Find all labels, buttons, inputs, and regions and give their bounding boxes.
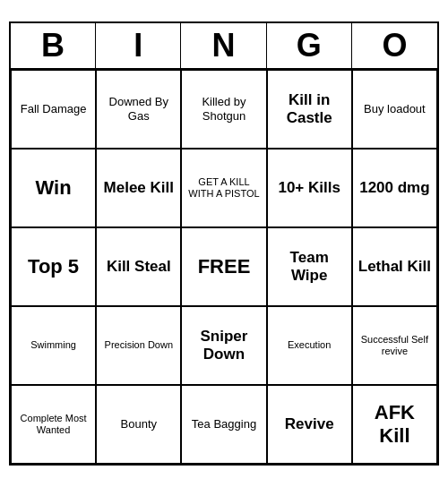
bingo-cell-18: Execution	[267, 306, 352, 385]
bingo-card: BINGO Fall DamageDowned By GasKilled by …	[9, 21, 439, 466]
bingo-cell-17: Sniper Down	[181, 306, 266, 385]
header-letter-O: O	[352, 23, 437, 68]
bingo-cell-5: Win	[11, 149, 96, 227]
bingo-cell-4: Buy loadout	[352, 70, 437, 149]
bingo-cell-16: Precision Down	[96, 306, 181, 385]
bingo-cell-10: Top 5	[11, 227, 96, 306]
bingo-cell-12: FREE	[181, 227, 266, 306]
bingo-cell-20: Complete Most Wanted	[11, 385, 96, 464]
bingo-cell-2: Killed by Shotgun	[181, 70, 266, 149]
bingo-cell-1: Downed By Gas	[96, 70, 181, 149]
bingo-cell-6: Melee Kill	[96, 149, 181, 227]
bingo-cell-24: AFK Kill	[352, 385, 437, 464]
header-letter-I: I	[96, 23, 181, 68]
bingo-cell-7: GET A KILL WITH A PISTOL	[181, 149, 266, 227]
bingo-cell-11: Kill Steal	[96, 227, 181, 306]
bingo-cell-0: Fall Damage	[11, 70, 96, 149]
bingo-cell-9: 1200 dmg	[352, 149, 437, 227]
bingo-header: BINGO	[11, 23, 437, 70]
bingo-cell-8: 10+ Kills	[267, 149, 352, 227]
bingo-cell-21: Bounty	[96, 385, 181, 464]
header-letter-G: G	[267, 23, 352, 68]
bingo-cell-3: Kill in Castle	[267, 70, 352, 149]
header-letter-N: N	[181, 23, 266, 68]
header-letter-B: B	[11, 23, 96, 68]
bingo-cell-14: Lethal Kill	[352, 227, 437, 306]
bingo-cell-23: Revive	[267, 385, 352, 464]
bingo-cell-22: Tea Bagging	[181, 385, 266, 464]
bingo-cell-13: Team Wipe	[267, 227, 352, 306]
bingo-cell-15: Swimming	[11, 306, 96, 385]
bingo-grid: Fall DamageDowned By GasKilled by Shotgu…	[11, 70, 437, 464]
bingo-cell-19: Successful Self revive	[352, 306, 437, 385]
